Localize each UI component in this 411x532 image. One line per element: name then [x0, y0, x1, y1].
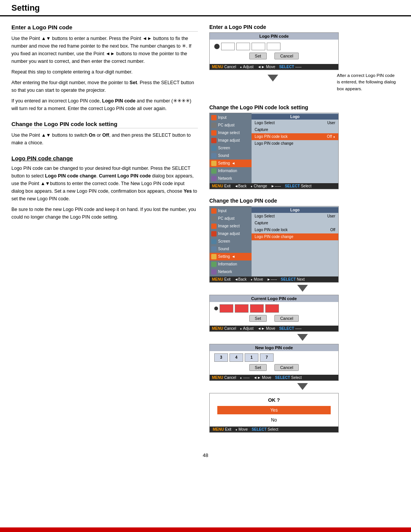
left-section-pin-change: Logo PIN code change Logo PIN code can b… [11, 155, 198, 221]
info-icon [211, 168, 217, 174]
menu-ui-1-inner: Input PC adjust Image select Image adjus… [210, 113, 338, 183]
right-section3-title: Change the Logo PIN code [209, 198, 396, 204]
cur-pin-dot [214, 307, 218, 310]
menu-right-pin-lock-2: Logo PIN code lockOff [252, 227, 338, 233]
menu-left-1: Input PC adjust Image select Image adjus… [210, 113, 252, 183]
adjust-ctrl: ⬧ Adjust [240, 65, 253, 69]
left-s1-p3: After entering the four-digit number, mo… [11, 79, 198, 94]
ok-dialog: OK ? Yes No MENU Exit ⬧ Move SELECT Sele… [209, 393, 339, 433]
menu-item-input-2: Input [210, 207, 252, 215]
left-section1-body: Use the Point ▲▼ buttons to enter a numb… [11, 35, 198, 112]
menu-item-sound: Sound [210, 152, 252, 160]
ok-no-btn[interactable]: No [217, 416, 331, 424]
pin-dialog-body: Set Cancel [210, 40, 338, 64]
pc-icon-2 [211, 216, 217, 221]
sound-icon [211, 153, 217, 158]
left-section2-title: Change the Logo PIN code lock setting [11, 121, 198, 128]
cur-pin-box-3 [250, 304, 264, 313]
menu-right-1: Logo Logo SelectUser Capture Logo PIN co… [252, 113, 338, 183]
menu-ui-2-inner: Input PC adjust Image select Image adjus… [210, 206, 338, 276]
pin-box-1 [221, 43, 235, 50]
left-s1-p1: Use the Point ▲▼ buttons to enter a numb… [11, 35, 198, 65]
pin-dot-row [214, 43, 334, 50]
right-section-change-pin: Change the Logo PIN code Input PC adjust… [209, 198, 396, 433]
new-pin-box-4: 7 [260, 353, 274, 362]
setting-icon-2 [211, 254, 217, 259]
cur-pin-statusbar: MENU Cancel ⬧ Adjust ◄► Move SELECT ----… [210, 326, 338, 331]
arrow-down-4 [297, 383, 308, 390]
new-pin-body: 3 4 1 7 Set Cancel [210, 351, 338, 375]
right-section2-title: Change the Logo PIN code lock setting [209, 104, 396, 110]
ok-yes-btn[interactable]: Yes [217, 406, 331, 414]
pin-dot [214, 44, 220, 49]
cur-pin-box-4 [265, 304, 279, 313]
menu-item-info: Information [210, 167, 252, 175]
cur-cancel-button[interactable]: Cancel [274, 315, 299, 322]
cur-pin-box-2 [235, 304, 249, 313]
network-icon-2 [211, 269, 217, 275]
right-section-change-lock: Change the Logo PIN code lock setting In… [209, 104, 396, 189]
menu-item-pc-2: PC adjust [210, 215, 252, 222]
cur-set-button[interactable]: Set [249, 315, 267, 322]
new-cancel-button[interactable]: Cancel [274, 364, 299, 371]
menu-item-info-2: Information [210, 260, 252, 268]
left-s1-p2: Repeat this step to complete entering a … [11, 68, 198, 76]
menu-left-2: Input PC adjust Image select Image adjus… [210, 206, 252, 276]
arrow-down-2 [297, 285, 308, 292]
menu-item-setting: Setting ◄ [210, 160, 252, 167]
left-section3-body: Logo PIN code can be changed to your des… [11, 165, 198, 221]
left-s3-p2: Be sure to note the new Logo PIN code an… [11, 206, 198, 221]
menu-item-input: Input [210, 114, 252, 121]
menu-right-title-1: Logo [252, 114, 338, 120]
menu-item-imgsel: Image select [210, 129, 252, 137]
new-pin-box-2: 4 [229, 353, 243, 362]
right-section-enter-pin: Enter a Logo PIN code Logo PIN code Set … [209, 24, 396, 96]
menu-item-sound-2: Sound [210, 245, 252, 253]
cancel-button[interactable]: Cancel [274, 53, 299, 59]
menu-right-2: Logo Logo SelectUser Capture Logo PIN co… [252, 206, 338, 276]
new-pin-dialog: New logo PIN code 3 4 1 7 Set Cancel MEN… [209, 344, 339, 381]
arrow-down-3 [297, 334, 308, 341]
left-section-change-lock: Change the Logo PIN code lock setting Us… [11, 121, 198, 147]
menu-cancel: MENU Cancel [212, 65, 236, 69]
menu-statusbar-1: MENU Exit ◄Back ⬧ Change ►----- SELECT S… [210, 183, 338, 189]
left-column: Enter a Logo PIN code Use the Point ▲▼ b… [11, 24, 198, 441]
input-icon-2 [211, 208, 217, 214]
cur-pin-boxes [214, 304, 334, 313]
pin-box-3 [252, 43, 265, 50]
menu-item-setting-2: Setting ◄ [210, 253, 252, 260]
red-bottom-bar [0, 527, 411, 532]
left-s1-p4: If you entered an incorrect Logo PIN cod… [11, 97, 198, 112]
arrow-down-1 [268, 75, 278, 81]
menu-item-imgsel-2: Image select [210, 222, 252, 230]
pin-dialog: Logo PIN code Set Cancel MENU [209, 32, 339, 70]
new-pin-title: New logo PIN code [210, 344, 338, 351]
new-pin-statusbar: MENU Cancel ⬧ ----- ◄► Move SELECT Selec… [210, 375, 338, 380]
set-button[interactable]: Set [249, 53, 267, 59]
new-set-button[interactable]: Set [249, 364, 267, 371]
right-column: Enter a Logo PIN code Logo PIN code Set … [209, 24, 396, 441]
new-pin-buttons: Set Cancel [214, 364, 334, 371]
menu-right-capture: Capture [252, 126, 338, 133]
screen-icon-2 [211, 239, 217, 244]
pin-statusbar: MENU Cancel ⬧ Adjust ◄► Move SELECT ----… [210, 64, 338, 70]
pc-icon [211, 123, 217, 128]
menu-item-network: Network [210, 175, 252, 182]
left-s3-p1: Logo PIN code can be changed to your des… [11, 165, 198, 203]
page-number: 48 [203, 452, 208, 458]
imgsel-icon [211, 130, 217, 136]
left-section3-title: Logo PIN code change [11, 155, 198, 161]
cur-pin-title: Current Logo PIN code [210, 295, 338, 302]
imgadj-icon [211, 138, 217, 143]
imgsel-icon-2 [211, 224, 217, 229]
move-ctrl: ◄► Move [257, 65, 275, 69]
left-section-enter-pin: Enter a Logo PIN code Use the Point ▲▼ b… [11, 24, 198, 112]
ok-question: OK ? [210, 393, 338, 404]
new-pin-box-3: 1 [245, 353, 258, 362]
pin-box-2 [236, 43, 250, 50]
imgadj-icon-2 [211, 231, 217, 236]
cur-pin-box-1 [220, 304, 233, 313]
menu-right-logo-select: Logo SelectUser [252, 120, 338, 126]
new-pin-box-1: 3 [214, 353, 228, 362]
menu-item-screen: Screen [210, 144, 252, 152]
